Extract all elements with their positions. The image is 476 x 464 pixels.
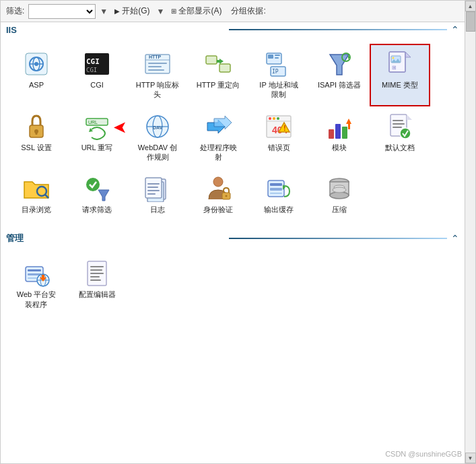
compress-item[interactable]: 压缩: [309, 168, 370, 221]
vertical-scrollbar[interactable]: ▲ ▼: [465, 1, 475, 463]
http-redirect-item[interactable]: HTTP 重定向: [188, 44, 248, 106]
svg-point-46: [269, 117, 271, 120]
web-platform-icon: [23, 260, 50, 287]
output-cache-icon: [265, 175, 292, 202]
svg-rect-11: [148, 63, 167, 64]
svg-text:HTTP: HTTP: [149, 55, 162, 59]
scrollbar-thumb[interactable]: [466, 11, 475, 32]
log-label: 日志: [150, 205, 165, 214]
svg-rect-90: [28, 277, 37, 279]
webdav-item[interactable]: DAV WebDAV 创作规则: [127, 106, 188, 169]
scroll-down-button[interactable]: ▼: [465, 453, 476, 463]
svg-rect-12: [148, 66, 162, 67]
handler-mapping-item[interactable]: 处理程序映射: [188, 106, 248, 169]
svg-point-86: [333, 187, 346, 193]
auth-label: 身份验证: [203, 205, 233, 214]
output-cache-label: 输出缓存: [264, 205, 294, 214]
cgi-item[interactable]: CGI CGI CGI: [67, 44, 127, 106]
start-button[interactable]: ▶ 开始(G): [112, 4, 152, 18]
svg-marker-26: [405, 52, 411, 57]
mime-type-label: MIME 类型: [382, 80, 418, 90]
svg-rect-73: [147, 193, 156, 195]
cgi-icon: CGI CGI: [83, 51, 110, 77]
filter-icon: ▼: [100, 7, 108, 16]
group-by-button[interactable]: 分组依据:: [228, 4, 268, 18]
module-label: 模块: [332, 143, 347, 152]
svg-text:CGI: CGI: [86, 67, 97, 73]
svg-point-74: [213, 177, 223, 187]
isapi-filter-item[interactable]: ISAPI 筛选器: [309, 44, 370, 106]
cgi-label: CGI: [90, 80, 104, 90]
svg-rect-100: [90, 279, 101, 281]
filter-label: 筛选:: [6, 5, 24, 17]
filter-select[interactable]: [28, 4, 96, 19]
grid-icon: ⊞: [171, 7, 176, 15]
svg-rect-14: [206, 56, 217, 64]
manage-icons-grid: Web 平台安装程序 配置编辑器: [1, 246, 465, 323]
svg-rect-96: [90, 266, 104, 267]
log-item[interactable]: 日志: [127, 168, 188, 221]
svg-rect-19: [275, 57, 279, 59]
svg-rect-98: [90, 273, 104, 274]
http-response-icon: HTTP: [144, 51, 171, 77]
svg-rect-54: [342, 127, 347, 139]
svg-rect-97: [90, 269, 102, 271]
start-icon: ▶: [114, 7, 120, 15]
dir-browse-item[interactable]: 目录浏览: [6, 168, 67, 221]
mime-type-icon: ⊞: [386, 51, 413, 77]
url-rewrite-icon: URL: [83, 113, 110, 140]
error-page-item[interactable]: 404 ! 错误页: [248, 106, 309, 169]
iis-collapse-button[interactable]: ⌃: [451, 24, 459, 35]
svg-point-62: [400, 128, 411, 139]
request-filter-item[interactable]: 请求筛选: [67, 168, 127, 221]
output-cache-item[interactable]: 输出缓存: [248, 168, 309, 221]
url-rewrite-label: URL 重写: [81, 143, 113, 152]
svg-rect-15: [219, 64, 230, 72]
url-rewrite-item[interactable]: URL URL 重写: [67, 106, 127, 169]
toolbar: 筛选: ▼ ▶ 开始(G) ▼ ⊞ 全部显示(A) 分组依据:: [1, 1, 475, 22]
config-editor-item[interactable]: 配置编辑器: [67, 253, 127, 316]
http-response-item[interactable]: HTTP HTTP 响应标头: [127, 44, 188, 106]
scrollbar-track: [466, 11, 475, 453]
svg-rect-79: [270, 188, 282, 191]
svg-text:CGI: CGI: [86, 57, 100, 66]
manage-section-line: [229, 238, 448, 239]
asp-icon: [23, 51, 50, 77]
isapi-filter-label: ISAPI 筛选器: [318, 80, 361, 90]
svg-rect-59: [393, 120, 403, 121]
error-page-label: 错误页: [268, 143, 290, 152]
svg-rect-56: [348, 124, 350, 129]
asp-label: ASP: [29, 80, 44, 90]
request-filter-label: 请求筛选: [82, 205, 112, 214]
webdav-icon: DAV: [144, 113, 171, 140]
svg-rect-34: [36, 131, 38, 135]
svg-marker-58: [407, 114, 412, 120]
default-doc-item[interactable]: 默认文档: [370, 106, 430, 169]
show-all-button[interactable]: ⊞ 全部显示(A): [168, 4, 224, 18]
config-editor-label: 配置编辑器: [79, 290, 116, 299]
ip-domain-item[interactable]: IP IP 地址和域限制: [248, 44, 309, 106]
module-item[interactable]: 模块: [309, 106, 370, 169]
handler-mapping-label: 处理程序映射: [200, 143, 237, 162]
ssl-label: SSL 设置: [21, 143, 51, 152]
web-platform-label: Web 平台安装程序: [17, 290, 56, 309]
iis-section-line: [229, 29, 448, 30]
svg-rect-60: [393, 123, 405, 125]
manage-collapse-button[interactable]: ⌃: [451, 233, 459, 244]
iis-icons-grid: ASP CGI CGI CGI: [1, 37, 465, 228]
watermark: CSDN @sunshineGGB: [385, 450, 462, 458]
web-platform-item[interactable]: Web 平台安装程序: [6, 253, 67, 316]
error-page-icon: 404 !: [265, 113, 292, 140]
iis-section-header: IIS ⌃: [1, 22, 465, 37]
dir-browse-icon: [23, 175, 50, 202]
ssl-item[interactable]: SSL 设置: [6, 106, 67, 169]
auth-item[interactable]: 身份验证: [188, 168, 248, 221]
mime-type-item[interactable]: ⊞ MIME 类型: [370, 44, 430, 106]
scroll-up-button[interactable]: ▲: [465, 1, 476, 11]
main-window: 筛选: ▼ ▶ 开始(G) ▼ ⊞ 全部显示(A) 分组依据: IIS ⌃: [0, 0, 476, 464]
asp-item[interactable]: ASP: [6, 44, 67, 106]
auth-icon: [205, 175, 232, 202]
log-icon: [144, 175, 171, 202]
manage-section-header: 管理 ⌃: [1, 230, 465, 246]
content-area: IIS ⌃ ASP: [1, 22, 475, 323]
